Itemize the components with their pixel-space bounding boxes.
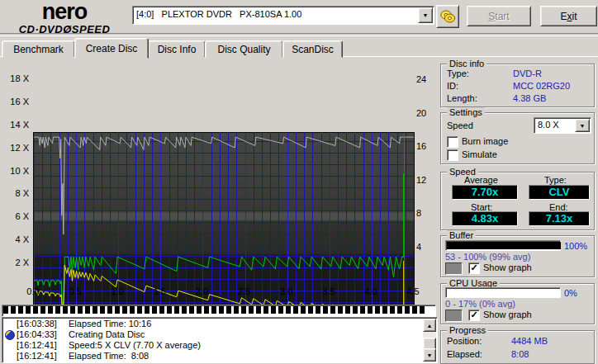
progress-segment [375,306,380,314]
left-axis-tick: 2 X [1,258,29,267]
progress-segment [167,306,172,314]
simulate-checkbox[interactable] [447,149,458,161]
start-button[interactable]: Start [467,6,531,26]
tab-disc-quality[interactable]: Disc Quality [205,40,283,58]
progress-panel: Progress Position: 4484 MB Elapsed: 8:08 [440,330,595,364]
cpu-range: 0 - 17% (0% avg) [445,299,515,309]
speed-panel: Speed Average Type: 7.70x CLV Start: End… [440,172,595,230]
progress-segment [85,306,90,314]
progress-segment [420,306,425,314]
progress-segment [360,306,365,314]
progress-segment [241,306,246,314]
drive-select-value: [4:0] PLEXTOR DVDR PX-810SA 1.00 [136,8,417,21]
x-axis-tick: 3.0 [276,286,297,296]
tab-disc-info[interactable]: Disc Info [148,40,206,58]
progress-segment [115,306,120,314]
disc-id-value: MCC 02RG20 [513,81,570,91]
scroll-up-button[interactable]: ▲ [423,319,436,332]
buffer-show-graph-checkbox[interactable]: ✓ [468,262,480,274]
speed-select-value: 8.0 X [538,119,559,131]
buffer-level-line [34,137,414,234]
tab-benchmark[interactable]: Benchmark [2,40,75,58]
cpu-usage-bar [445,287,561,298]
burning-status-icon [5,330,15,340]
cpu-show-graph-checkbox[interactable]: ✓ [468,310,480,321]
drive-select-combobox[interactable]: [4:0] PLEXTOR DVDR PX-810SA 1.00 ▼ [132,6,434,25]
disc-info-panel: Disc info Type: DVD-R ID: MCC 02RG20 Len… [440,64,595,107]
progress-segment [137,306,142,314]
elapsed-value: 8:08 [511,349,529,359]
activity-progress-bar [2,305,436,317]
progress-segment [107,306,112,314]
tab-scandisc[interactable]: ScanDisc [282,40,343,58]
progress-segment [308,306,313,314]
progress-segment [93,306,97,314]
progress-segment [145,306,150,314]
right-axis-tick: 16 [416,141,433,151]
x-axis-tick: 0.5 [64,286,86,296]
tab-create-disc[interactable]: Create Disc [74,38,149,59]
progress-segment [211,306,216,314]
average-speed-display: 7.70x [452,185,518,200]
log-entry: [16:12:41]Elapsed Time: 8:08 [3,351,422,362]
progress-segment [405,306,410,314]
left-axis-tick: 14 X [1,120,29,130]
speed-select-combobox[interactable]: 8.0 X ▼ [534,117,591,134]
x-axis-tick: 1.5 [149,286,170,296]
left-axis-tick: 18 X [1,73,29,83]
progress-segment [278,306,283,314]
progress-segment [174,306,179,314]
progress-segment [11,306,16,314]
log-entry-message: Creating Data Disc [69,329,145,340]
progress-segment [78,306,83,314]
position-value: 4484 MB [511,336,548,346]
buffer-level-bar [445,240,561,251]
burn-image-checkbox[interactable] [447,136,458,148]
event-log-scrollbar[interactable]: ▲ ▼ [423,319,436,362]
progress-segment [368,306,373,314]
speed-setting-label: Speed [447,121,473,130]
elapsed-label: Elapsed: [447,349,482,359]
right-axis-tick: 8 [416,208,433,218]
progress-segment [323,306,328,314]
progress-segment [412,306,417,314]
nero-cd-dvd-speed-window: nero CD·DVDØSPEED [4:0] PLEXTOR DVDR PX-… [0,0,598,364]
progress-segment [55,306,60,314]
log-entry-time: [16:12:41] [17,340,57,351]
log-entry: [16:12:41]Speed:5 X CLV (7.70 X average) [3,340,422,351]
progress-segment [249,306,254,314]
progress-segment [130,306,135,314]
x-axis-tick: 1.0 [107,286,128,296]
progress-segment [152,306,157,314]
progress-segment [48,306,53,314]
x-axis-tick: 2.0 [191,286,212,296]
x-axis-tick: 4.5 [402,286,424,296]
progress-segment [316,306,320,314]
progress-segment [234,306,239,314]
log-entry: [16:03:38]Elapsed Time: 10:16 [3,319,422,329]
position-label: Position: [447,336,482,346]
disc-options-button[interactable] [436,5,459,28]
log-entry: [16:04:33]Creating Data Disc [3,329,422,340]
scroll-down-button[interactable]: ▼ [423,348,436,362]
progress-segment [226,306,231,314]
progress-segment [33,306,38,314]
burn-image-label: Burn image [462,136,508,146]
right-axis-tick: 24 [416,74,433,84]
drive-select-dropdown-arrow-icon[interactable]: ▼ [418,7,433,23]
progress-segment [40,306,45,314]
average-speed-label: Average [464,175,498,185]
burn-speed-chart: 18 X16 X14 X12 X10 X8 X6 X4 X2 X 2420161… [0,62,438,301]
speed-select-dropdown-arrow-icon[interactable]: ▼ [575,119,590,132]
progress-segment [330,306,335,314]
left-axis-tick: 10 X [1,166,29,176]
x-axis-tick: 4.0 [360,286,382,296]
progress-segment [197,306,202,314]
left-axis-tick: 6 X [1,211,29,221]
buffer-level-bar-fill [447,242,561,249]
event-log[interactable]: [16:03:38]Elapsed Time: 10:16[16:04:33]C… [2,317,438,363]
buffer-graph-color-swatch [445,262,463,275]
progress-segment [219,306,224,314]
left-axis-tick: 4 X [1,234,29,244]
exit-button[interactable]: Exit [540,6,597,26]
